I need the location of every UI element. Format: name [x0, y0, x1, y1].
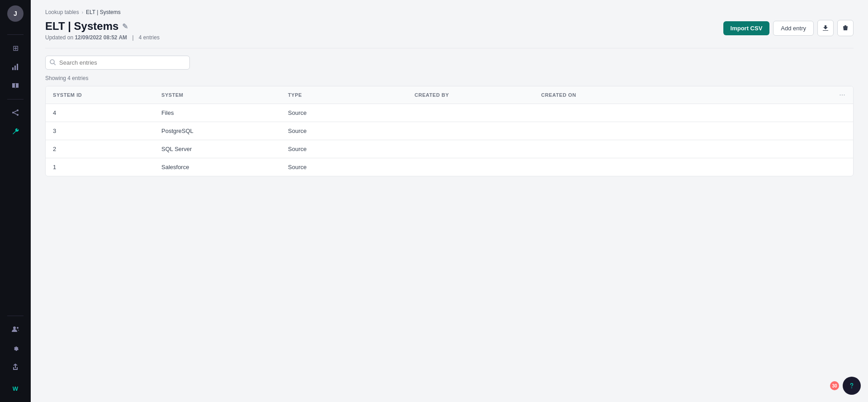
cell-system: PostgreSQL: [154, 122, 281, 140]
sidebar: J ⊞ W: [0, 0, 31, 402]
cell-system-id: 1: [46, 158, 154, 176]
export-icon[interactable]: [7, 359, 24, 375]
users-icon[interactable]: [7, 321, 24, 337]
svg-line-7: [14, 113, 17, 114]
col-header-created-on: CREATED ON: [534, 86, 831, 104]
delete-button[interactable]: [837, 20, 854, 36]
meta-separator: |: [132, 34, 133, 41]
cell-system-id: 3: [46, 122, 154, 140]
col-header-system: SYSTEM: [154, 86, 281, 104]
cell-system-id: 2: [46, 140, 154, 158]
page-title-area: ELT | Systems ✎ Updated on 12/09/2022 08…: [45, 20, 160, 41]
entries-table-wrapper: SYSTEM ID SYSTEM TYPE CREATED BY CREATED…: [45, 86, 854, 176]
cell-created-by: [407, 158, 534, 176]
col-header-actions: ···: [831, 86, 853, 104]
table-row[interactable]: 1 Salesforce Source: [46, 158, 853, 176]
entries-table: SYSTEM ID SYSTEM TYPE CREATED BY CREATED…: [46, 86, 853, 176]
cell-type: Source: [281, 104, 407, 122]
page-header: ELT | Systems ✎ Updated on 12/09/2022 08…: [45, 20, 854, 41]
cell-created-on: [534, 158, 831, 176]
col-header-type: TYPE: [281, 86, 407, 104]
table-row[interactable]: 4 Files Source: [46, 104, 853, 122]
svg-point-5: [17, 114, 19, 116]
sidebar-divider-mid: [7, 99, 24, 99]
breadcrumb-parent[interactable]: Lookup tables: [45, 9, 79, 15]
edit-title-icon[interactable]: ✎: [122, 22, 128, 31]
cell-actions: [831, 122, 853, 140]
sidebar-bottom: W: [7, 312, 24, 397]
cell-actions: [831, 140, 853, 158]
svg-line-6: [14, 111, 17, 112]
table-body: 4 Files Source 3 PostgreSQL Source 2 SQL…: [46, 104, 853, 176]
book-icon[interactable]: [7, 78, 24, 94]
svg-rect-0: [12, 67, 14, 70]
help-button[interactable]: [843, 377, 861, 395]
entries-count: 4 entries: [139, 34, 160, 41]
svg-point-4: [12, 112, 14, 114]
cell-created-on: [534, 122, 831, 140]
search-wrapper: [45, 56, 190, 70]
svg-line-13: [54, 63, 56, 65]
share-icon[interactable]: [7, 104, 24, 121]
column-options-button[interactable]: ···: [839, 91, 845, 99]
brand-logo: W: [7, 380, 24, 397]
sidebar-divider-top: [7, 34, 24, 35]
cell-created-by: [407, 104, 534, 122]
avatar[interactable]: J: [7, 5, 24, 22]
svg-rect-1: [14, 66, 16, 70]
breadcrumb-current: ELT | Systems: [86, 9, 121, 15]
breadcrumb-chevron: ›: [82, 10, 83, 15]
cell-system: Files: [154, 104, 281, 122]
main-content: Lookup tables › ELT | Systems ELT | Syst…: [31, 0, 868, 402]
svg-point-8: [13, 326, 16, 329]
cell-system-id: 4: [46, 104, 154, 122]
add-entry-button[interactable]: Add entry: [773, 21, 814, 36]
showing-count: Showing 4 entries: [45, 75, 854, 81]
download-button[interactable]: [817, 20, 834, 36]
chart-icon[interactable]: [7, 59, 24, 75]
search-icon: [50, 59, 56, 66]
cell-system: Salesforce: [154, 158, 281, 176]
cell-type: Source: [281, 140, 407, 158]
svg-point-9: [17, 327, 19, 329]
cell-type: Source: [281, 122, 407, 140]
cell-actions: [831, 158, 853, 176]
col-header-system-id: SYSTEM ID: [46, 86, 154, 104]
updated-label: Updated on: [45, 34, 73, 41]
cell-created-on: [534, 104, 831, 122]
cell-system: SQL Server: [154, 140, 281, 158]
col-header-created-by: CREATED BY: [407, 86, 534, 104]
bottom-bar: 30: [830, 377, 861, 395]
import-csv-button[interactable]: Import CSV: [723, 21, 770, 35]
table-row[interactable]: 3 PostgreSQL Source: [46, 122, 853, 140]
sidebar-divider-bottom: [7, 316, 24, 316]
svg-text:W: W: [13, 385, 19, 392]
cell-created-by: [407, 140, 534, 158]
database-icon[interactable]: ⊞: [7, 40, 24, 56]
table-row[interactable]: 2 SQL Server Source: [46, 140, 853, 158]
notification-badge[interactable]: 30: [830, 381, 839, 390]
search-input[interactable]: [45, 56, 190, 70]
page-meta: Updated on 12/09/2022 08:52 AM | 4 entri…: [45, 34, 160, 41]
updated-date: 12/09/2022 08:52 AM: [75, 34, 127, 41]
cell-type: Source: [281, 158, 407, 176]
settings-icon[interactable]: [7, 340, 24, 356]
svg-point-3: [17, 109, 19, 111]
header-divider: [45, 48, 854, 48]
page-title-text: ELT | Systems: [45, 20, 118, 33]
breadcrumb: Lookup tables › ELT | Systems: [45, 9, 854, 15]
svg-rect-2: [17, 64, 18, 70]
header-actions: Import CSV Add entry: [723, 20, 854, 36]
wrench-icon[interactable]: [7, 123, 24, 140]
cell-created-by: [407, 122, 534, 140]
svg-point-12: [50, 60, 54, 64]
table-header: SYSTEM ID SYSTEM TYPE CREATED BY CREATED…: [46, 86, 853, 104]
cell-created-on: [534, 140, 831, 158]
cell-actions: [831, 104, 853, 122]
page-title: ELT | Systems ✎: [45, 20, 160, 33]
